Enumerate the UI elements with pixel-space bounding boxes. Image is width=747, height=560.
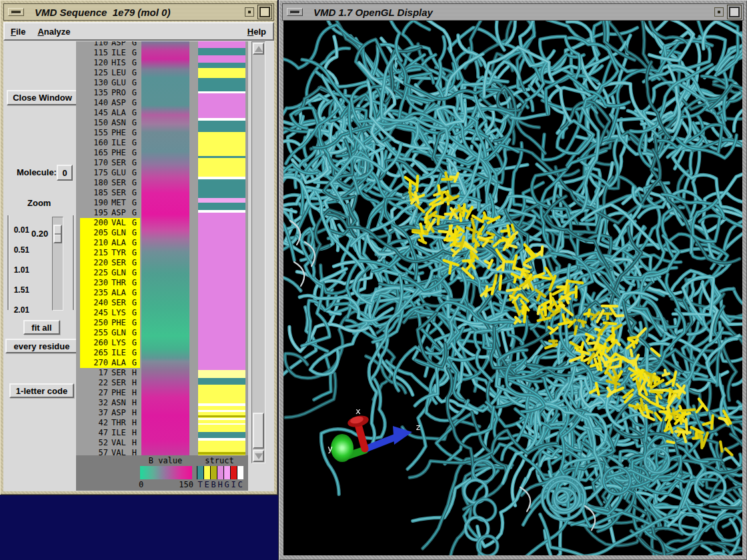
window-menu-button[interactable] xyxy=(245,7,254,17)
molecule-label: Molecule: xyxy=(17,167,57,177)
sequence-row[interactable]: 235ALAG xyxy=(76,288,248,298)
legend: B value 0 150 struct TEBHGIC xyxy=(76,455,248,491)
menubar: FileAnalyze Help xyxy=(3,22,274,41)
residue-label: 190METG xyxy=(80,198,140,208)
sequence-row[interactable]: 175GLUG xyxy=(76,168,248,178)
bvalue-gradient-bar xyxy=(140,466,192,479)
residue-label: 155PHEG xyxy=(80,128,140,138)
minimize-icon xyxy=(11,11,21,13)
sequence-list[interactable]: 110ASPG115ILEG120HISG125LEUG130GLUG135PR… xyxy=(76,41,248,455)
sequence-row[interactable]: 190METG xyxy=(76,198,248,208)
dot-icon xyxy=(718,11,720,13)
struct-band xyxy=(198,318,245,328)
close-window-button[interactable]: Close Window xyxy=(7,90,78,105)
one-letter-code-button[interactable]: 1-letter code xyxy=(9,383,74,398)
residue-label: 210ALAG xyxy=(80,238,140,248)
sequence-row[interactable]: 145ALAG xyxy=(76,108,248,118)
scrollbar-thumb[interactable] xyxy=(253,413,264,449)
maximize-icon xyxy=(729,7,740,17)
sequence-row[interactable]: 42THRH xyxy=(76,418,248,428)
sequence-row[interactable]: 22SERH xyxy=(76,378,248,388)
menu-help[interactable]: Help xyxy=(241,25,273,39)
residue-label: 57VALH xyxy=(80,448,140,455)
sequence-row[interactable]: 120HISG xyxy=(76,58,248,68)
sequence-row[interactable]: 17SERH xyxy=(76,368,248,378)
sequence-titlebar[interactable]: VMD Sequence 1e79 (mol 0) xyxy=(3,3,274,21)
maximize-button[interactable] xyxy=(257,5,272,19)
sequence-row[interactable]: 47ILEH xyxy=(76,428,248,438)
scroll-down-button[interactable] xyxy=(253,450,264,462)
residue-label: 245LYSG xyxy=(80,308,140,318)
arrow-up-icon xyxy=(255,46,263,52)
struct-band xyxy=(198,358,245,368)
bvalue-max: 150 xyxy=(179,480,193,489)
sequence-row[interactable]: 270ALAG xyxy=(76,358,248,368)
residue-label: 200VALG xyxy=(80,218,140,228)
sequence-row[interactable]: 200VALG xyxy=(76,218,248,228)
sequence-row[interactable]: 265ILEG xyxy=(76,348,248,358)
sequence-row[interactable]: 245LYSG xyxy=(76,308,248,318)
minimize-button[interactable] xyxy=(8,8,24,16)
sequence-row[interactable]: 27PHEH xyxy=(76,388,248,398)
minimize-button[interactable] xyxy=(287,8,303,16)
sequence-row[interactable]: 215TYRG xyxy=(76,248,248,258)
sequence-row[interactable]: 160ILEG xyxy=(76,138,248,148)
scale-tick: 0.01 xyxy=(7,225,29,235)
struct-band xyxy=(198,168,245,178)
sequence-row[interactable]: 185SERG xyxy=(76,188,248,198)
struct-band xyxy=(198,288,245,298)
scroll-up-button[interactable] xyxy=(253,43,264,55)
arrow-down-icon xyxy=(255,453,263,459)
every-residue-button[interactable]: every residue xyxy=(5,339,78,353)
struct-band xyxy=(198,118,245,128)
sequence-row[interactable]: 210ALAG xyxy=(76,238,248,248)
gl-canvas[interactable] xyxy=(283,21,742,555)
sequence-row[interactable]: 225GLNG xyxy=(76,268,248,278)
window-menu-button[interactable] xyxy=(714,7,724,17)
sequence-row[interactable]: 32ASNH xyxy=(76,398,248,408)
sequence-row[interactable]: 37ASPH xyxy=(76,408,248,418)
menubar-left: FileAnalyze xyxy=(5,25,77,39)
sequence-row[interactable]: 260LYSG xyxy=(76,338,248,348)
menu-analyze[interactable]: Analyze xyxy=(31,25,76,39)
menu-file[interactable]: File xyxy=(5,25,31,39)
sequence-row[interactable]: 230THRG xyxy=(76,278,248,288)
sequence-row[interactable]: 220SERG xyxy=(76,258,248,268)
residue-label: 185SERG xyxy=(80,188,140,198)
zoom-scale[interactable] xyxy=(52,217,63,311)
sequence-scrollbar[interactable] xyxy=(251,41,265,463)
sequence-row[interactable]: 240SERG xyxy=(76,298,248,308)
sequence-row[interactable]: 165PHEG xyxy=(76,148,248,158)
sequence-row[interactable]: 115ILEG xyxy=(76,48,248,58)
sequence-row[interactable]: 135PROG xyxy=(76,88,248,98)
opengl-titlebar[interactable]: VMD 1.7 OpenGL Display xyxy=(282,3,744,21)
molecule-entry[interactable]: 0 xyxy=(57,165,73,181)
sequence-row[interactable]: 110ASPG xyxy=(76,41,248,48)
sequence-row[interactable]: 130GLUG xyxy=(76,78,248,88)
struct-band xyxy=(198,438,245,448)
struct-band xyxy=(198,68,245,78)
residue-label: 225GLNG xyxy=(80,268,140,278)
sequence-row[interactable]: 150ASNG xyxy=(76,118,248,128)
sequence-row[interactable]: 57VALH xyxy=(76,448,248,455)
residue-label: 250PHEG xyxy=(80,318,140,328)
sequence-row[interactable]: 52VALH xyxy=(76,438,248,448)
sequence-row[interactable]: 140ASPG xyxy=(76,98,248,108)
struct-band xyxy=(198,128,245,138)
zoom-slider-handle[interactable] xyxy=(53,225,62,243)
residue-label: 255GLNG xyxy=(80,328,140,338)
sequence-row[interactable]: 250PHEG xyxy=(76,318,248,328)
sequence-row[interactable]: 255GLNG xyxy=(76,328,248,338)
residue-label: 265ILEG xyxy=(80,348,140,358)
sequence-row[interactable]: 195ASPG xyxy=(76,208,248,218)
struct-band xyxy=(198,278,245,288)
sequence-row[interactable]: 155PHEG xyxy=(76,128,248,138)
sequence-row[interactable]: 205GLNG xyxy=(76,228,248,238)
sequence-row[interactable]: 125LEUG xyxy=(76,68,248,78)
sequence-row[interactable]: 170SERG xyxy=(76,158,248,168)
fit-all-button[interactable]: fit all xyxy=(23,320,60,335)
struct-band xyxy=(198,338,245,348)
residue-label: 110ASPG xyxy=(80,41,140,48)
sequence-row[interactable]: 180SERG xyxy=(76,178,248,188)
maximize-button[interactable] xyxy=(727,5,742,19)
